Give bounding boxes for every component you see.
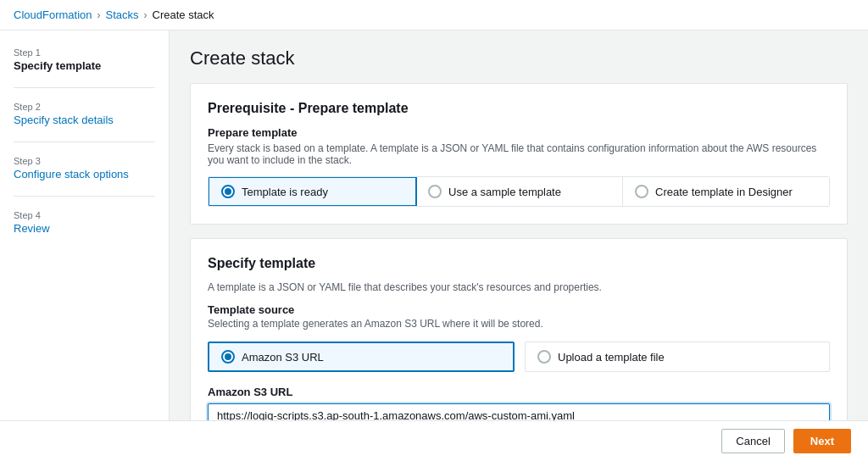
specify-template-title: Specify template [208,256,830,271]
sidebar-step-2[interactable]: Step 2 Specify stack details [14,102,155,126]
specify-template-desc: A template is a JSON or YAML file that d… [208,281,830,293]
sidebar-step-4[interactable]: Step 4 Review [14,210,155,235]
breadcrumb-stacks[interactable]: Stacks [106,8,139,21]
breadcrumb-cloudformation[interactable]: CloudFormation [14,8,92,21]
option-s3-url-label: Amazon S3 URL [242,351,324,364]
breadcrumb-current: Create stack [153,8,214,21]
step3-label: Step 3 [14,156,155,166]
radio-s3-url [221,350,235,364]
next-button[interactable]: Next [793,429,851,453]
step1-label: Step 1 [14,47,155,58]
option-sample-template-label: Use a sample template [448,186,561,198]
option-upload-file-label: Upload a template file [558,351,665,364]
breadcrumb: CloudFormation › Stacks › Create stack [0,0,868,31]
prepare-template-desc: Every stack is based on a template. A te… [208,142,830,166]
cancel-button[interactable]: Cancel [721,429,784,453]
option-designer[interactable]: Create template in Designer [623,177,829,206]
breadcrumb-sep2: › [144,9,147,21]
option-template-ready-label: Template is ready [242,186,328,198]
template-source-options: Amazon S3 URL Upload a template file [208,342,830,372]
option-sample-template[interactable]: Use a sample template [416,177,623,206]
step3-name: Configure stack options [14,168,155,181]
step4-label: Step 4 [14,210,155,220]
main-content: Create stack Prerequisite - Prepare temp… [170,31,868,461]
sidebar-step-3[interactable]: Step 3 Configure stack options [14,156,155,181]
footer: Cancel Next [0,420,868,461]
template-source-label: Template source [208,303,830,316]
breadcrumb-sep1: › [97,9,101,21]
step2-label: Step 2 [14,102,155,112]
template-source-hint: Selecting a template generates an Amazon… [208,318,830,330]
sidebar: Step 1 Specify template Step 2 Specify s… [0,31,170,461]
sidebar-step-1[interactable]: Step 1 Specify template [14,47,155,72]
step4-name: Review [14,222,155,235]
radio-designer [635,185,648,198]
step1-name: Specify template [14,59,155,72]
s3-url-field-label: Amazon S3 URL [208,386,830,398]
page-title: Create stack [190,47,848,69]
prepare-template-label: Prepare template [208,126,830,139]
prepare-template-options: Template is ready Use a sample template … [208,176,830,207]
option-designer-label: Create template in Designer [655,186,793,198]
prerequisite-card-title: Prerequisite - Prepare template [208,101,830,116]
step2-name: Specify stack details [14,114,155,126]
radio-sample-template [428,185,442,198]
option-upload-file[interactable]: Upload a template file [525,342,830,372]
radio-upload-file [537,350,551,364]
option-template-ready[interactable]: Template is ready [208,176,417,207]
prerequisite-card: Prerequisite - Prepare template Prepare … [190,83,848,225]
option-s3-url[interactable]: Amazon S3 URL [208,342,515,372]
radio-template-ready [221,185,235,198]
